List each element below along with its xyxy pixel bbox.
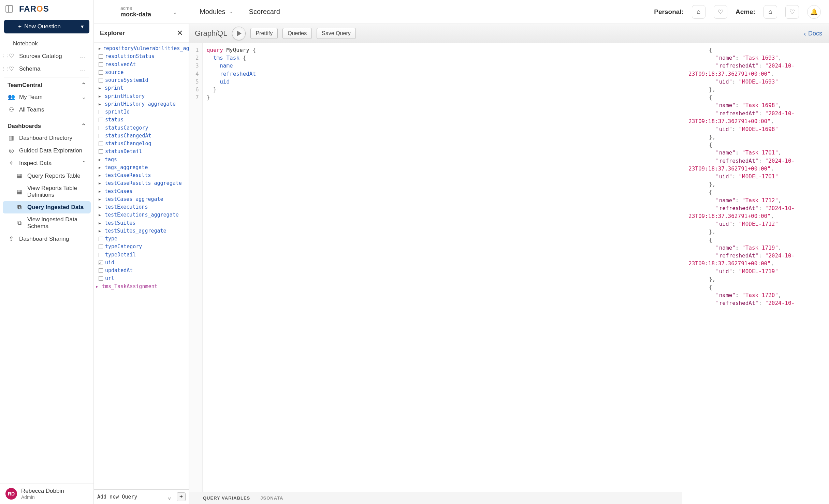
checkbox-icon[interactable]: [99, 134, 103, 138]
acme-home-button[interactable]: ⌂: [763, 5, 777, 19]
explorer-field[interactable]: statusChangelog: [98, 140, 188, 148]
more-icon[interactable]: …: [80, 65, 86, 72]
section-dashboards[interactable]: Dashboards ⌃: [3, 118, 91, 132]
checkbox-icon[interactable]: [99, 237, 103, 241]
nav-dashboard-directory[interactable]: ▥ Dashboard Directory: [3, 132, 91, 144]
nav-guided-data[interactable]: ◎ Guided Data Exploration: [3, 144, 91, 157]
explorer-field[interactable]: ▶repositoryVulnerabilities_aggregate: [98, 45, 188, 53]
explorer-field[interactable]: ▶testCaseResults: [98, 172, 188, 179]
nav-inspect-data[interactable]: ✧ Inspect Data ⌃: [3, 157, 91, 169]
new-question-caret-button[interactable]: ▼: [75, 20, 89, 33]
explorer-field[interactable]: uid: [98, 259, 188, 267]
checkbox-icon[interactable]: [99, 149, 103, 154]
more-icon[interactable]: …: [80, 53, 86, 60]
explorer-field[interactable]: sprintId: [98, 108, 188, 116]
checkbox-icon[interactable]: [99, 268, 103, 273]
expand-icon: ▶: [99, 46, 101, 51]
explorer-field[interactable]: ▶testSuites: [98, 219, 188, 227]
explorer-field[interactable]: ▶tags_aggregate: [98, 164, 188, 172]
sidebar-user[interactable]: RD Rebecca Dobbin Admin: [0, 483, 93, 504]
explorer-field[interactable]: statusDetail: [98, 148, 188, 155]
tab-jsonata[interactable]: JSONATA: [260, 495, 283, 501]
explorer-field[interactable]: ▶sprintHistory: [98, 92, 188, 100]
explorer-field[interactable]: url: [98, 275, 188, 282]
explorer-field[interactable]: ▶testExecutions: [98, 203, 188, 211]
explorer-field[interactable]: typeDetail: [98, 251, 188, 259]
explorer-field[interactable]: ▶tags: [98, 156, 188, 164]
topbar: acme mock-data ⌄ Modules ⌄ Scorecard Per…: [94, 0, 829, 24]
checkbox-icon[interactable]: [99, 110, 103, 114]
explorer-field[interactable]: source: [98, 69, 188, 76]
nav-dashboard-sharing[interactable]: ⇪ Dashboard Sharing: [3, 233, 91, 245]
explorer-field[interactable]: ▶testCases: [98, 188, 188, 195]
nav-my-team[interactable]: 👥 My Team ⌄: [3, 91, 91, 103]
explorer-field[interactable]: ▶testCaseResults_aggregate: [98, 179, 188, 187]
explorer-field[interactable]: updatedAt: [98, 267, 188, 275]
nav-query-reports[interactable]: ▦ Query Reports Table: [3, 169, 91, 182]
results-panel: ‹ Docs {"name": "Task 1693","refreshedAt…: [682, 24, 829, 504]
nav-sources-catalog[interactable]: ⋮⋮ ♡ Sources Catalog …: [3, 50, 91, 62]
explorer-field[interactable]: typeCategory: [98, 243, 188, 251]
org-icon: ⚇: [8, 106, 15, 113]
section-teamcentral[interactable]: TeamCentral ⌃: [3, 77, 91, 91]
queries-button[interactable]: Queries: [282, 28, 312, 39]
explorer-field-list[interactable]: ▶repositoryVulnerabilities_aggregatereso…: [94, 43, 189, 489]
save-query-button[interactable]: Save Query: [317, 28, 355, 39]
nav-query-ingested-data[interactable]: ⧉ Query Ingested Data: [3, 201, 91, 213]
explorer-root-type[interactable]: ▶tms_TaskAssignment: [95, 283, 188, 291]
checkbox-icon[interactable]: [99, 78, 103, 83]
acme-heart-button[interactable]: ♡: [785, 5, 799, 19]
close-icon[interactable]: ✕: [177, 29, 183, 38]
explorer-field[interactable]: statusChangedAt: [98, 132, 188, 140]
nav-view-reports-def[interactable]: ▦ View Reports Table Definitions: [3, 182, 91, 201]
personal-home-button[interactable]: ⌂: [692, 5, 706, 19]
explorer-field[interactable]: ▶testSuites_aggregate: [98, 227, 188, 235]
tab-query-variables[interactable]: QUERY VARIABLES: [203, 495, 250, 501]
explorer-field[interactable]: ▶sprintHistory_aggregate: [98, 100, 188, 108]
explorer-field[interactable]: ▶sprint: [98, 84, 188, 92]
modules-link[interactable]: Modules ⌄: [200, 8, 233, 16]
field-name: statusChangelog: [105, 140, 151, 148]
add-new-select[interactable]: Add new Query: [97, 494, 137, 500]
nav-schema[interactable]: ⋮⋮ ♡ Schema …: [3, 62, 91, 75]
query-editor[interactable]: 1234567 query MyQuery { tms_Task { name …: [189, 43, 682, 492]
explorer-field[interactable]: type: [98, 235, 188, 243]
people-icon: 👥: [8, 93, 15, 101]
personal-heart-button[interactable]: ♡: [714, 5, 727, 19]
explorer-field[interactable]: resolvedAt: [98, 61, 188, 69]
explorer-field[interactable]: resolutionStatus: [98, 53, 188, 60]
checkbox-icon[interactable]: [99, 244, 103, 249]
checkbox-icon[interactable]: [99, 142, 103, 146]
explorer-field[interactable]: sourceSystemId: [98, 76, 188, 84]
results-body[interactable]: {"name": "Task 1693","refreshedAt": "202…: [682, 43, 829, 504]
checkbox-icon[interactable]: [99, 276, 103, 281]
scorecard-link[interactable]: Scorecard: [249, 8, 280, 16]
nav-notebook[interactable]: Notebook: [3, 38, 91, 50]
checkbox-icon[interactable]: [99, 118, 103, 122]
add-query-button[interactable]: +: [177, 492, 186, 501]
chevron-up-icon: ⌃: [81, 81, 86, 89]
checkbox-icon[interactable]: [99, 62, 103, 67]
docs-link[interactable]: ‹ Docs: [804, 30, 822, 38]
org-selector[interactable]: acme mock-data ⌄: [94, 3, 189, 21]
execute-button[interactable]: [232, 27, 246, 40]
prettify-button[interactable]: Prettify: [250, 28, 278, 39]
nav-label: Sources Catalog: [19, 53, 76, 60]
checkbox-icon[interactable]: [99, 54, 103, 59]
new-question-button[interactable]: + New Question: [4, 20, 75, 33]
notifications-button[interactable]: 🔔: [807, 5, 821, 19]
checkbox-icon[interactable]: [99, 126, 103, 130]
explorer-field[interactable]: ▶testExecutions_aggregate: [98, 211, 188, 219]
field-name: statusChangedAt: [105, 132, 151, 140]
explorer-field[interactable]: status: [98, 116, 188, 124]
checkbox-icon[interactable]: [99, 253, 103, 257]
explorer-field[interactable]: statusCategory: [98, 124, 188, 132]
nav-view-ingested-schema[interactable]: ⧉ View Ingested Data Schema: [3, 213, 91, 233]
checkbox-icon[interactable]: [99, 70, 103, 75]
checkbox-icon[interactable]: [99, 261, 103, 265]
field-name: statusCategory: [105, 124, 148, 132]
explorer-field[interactable]: ▶testCases_aggregate: [98, 195, 188, 203]
collapse-sidebar-icon[interactable]: [5, 5, 13, 13]
nav-all-teams[interactable]: ⚇ All Teams: [3, 103, 91, 116]
expand-icon: ▶: [99, 189, 103, 194]
